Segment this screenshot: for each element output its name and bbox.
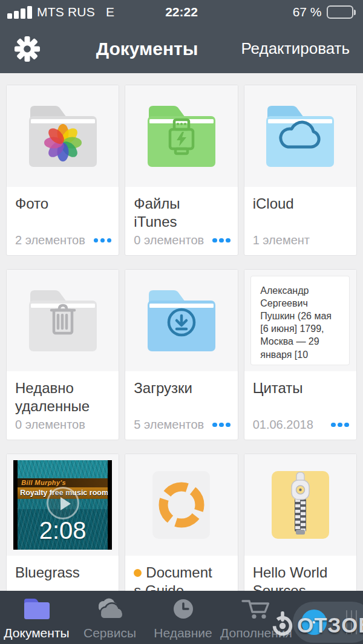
file-title: Цитаты [253, 379, 348, 397]
carrier-label: MTS RUS [37, 5, 95, 19]
quote-preview-text: Александр Сергеевич Пушкин (26 мая [6 ию… [251, 276, 349, 365]
network-type-label: E [106, 5, 114, 19]
folder-icon [22, 597, 51, 623]
usb-folder-icon [125, 85, 237, 187]
cloud-folder-icon [244, 85, 356, 187]
file-date: 01.06.2018 [253, 418, 330, 432]
file-title: Фото [15, 195, 110, 213]
more-button[interactable] [330, 420, 350, 430]
file-title: iCloud [253, 195, 348, 213]
documents-grid: Фото 2 элементов [0, 73, 363, 644]
file-subtitle: 2 элементов [15, 233, 93, 247]
tab-recents[interactable]: Недавние [146, 591, 220, 644]
photos-folder-icon [7, 85, 119, 187]
file-card-quotes[interactable]: Александр Сергеевич Пушкин (26 мая [6 ию… [244, 269, 357, 440]
file-subtitle: 0 элементов [15, 418, 113, 432]
battery-percent-label: 67 % [293, 5, 322, 19]
text-document-preview: Александр Сергеевич Пушкин (26 мая [6 ию… [244, 270, 356, 371]
cart-icon [241, 597, 272, 623]
clock-icon [172, 597, 195, 623]
file-card-photo[interactable]: Фото 2 элементов [6, 85, 119, 256]
video-thumbnail: Bill Murphy's Royalty free music room.co… [7, 454, 119, 556]
tab-label: Сервисы [83, 626, 136, 640]
page-title: Документы [96, 39, 198, 59]
file-card-icloud[interactable]: iCloud 1 элемент [244, 85, 357, 256]
gear-icon[interactable] [13, 35, 41, 63]
download-folder-icon [125, 270, 237, 371]
compass-icon[interactable] [301, 609, 327, 636]
file-title: Bluegrass [15, 564, 110, 582]
clouds-icon [92, 597, 128, 623]
file-title: Файлы iTunes [134, 195, 205, 231]
edit-button[interactable]: Редактировать [241, 39, 350, 58]
more-button[interactable] [211, 420, 232, 430]
trash-folder-icon [7, 270, 119, 371]
app-header: Документы Редактировать [0, 24, 363, 73]
file-title: Недавно удаленные [15, 379, 110, 415]
media-duration: 2:08 [18, 517, 108, 544]
lifebuoy-icon [125, 454, 237, 556]
tab-label: Дополнения [220, 626, 292, 640]
battery-icon [327, 5, 356, 19]
file-card-recently-deleted[interactable]: Недавно удаленные 0 элементов [6, 269, 119, 440]
file-card-itunes-files[interactable]: Файлы iTunes 0 элементов [125, 85, 238, 256]
signal-bars-icon [7, 6, 32, 19]
file-subtitle: 1 элемент [253, 233, 350, 247]
file-subtitle: 5 элементов [134, 418, 211, 432]
more-button[interactable] [93, 236, 113, 246]
grip-lines-icon [346, 610, 358, 634]
zip-archive-icon [244, 454, 356, 556]
unread-dot-icon [134, 569, 142, 577]
file-title: Загрузки [134, 379, 229, 397]
file-card-downloads[interactable]: Загрузки 5 элементов [125, 269, 238, 440]
tab-documents[interactable]: Документы [0, 591, 73, 644]
browser-pill [293, 602, 363, 643]
more-button[interactable] [211, 236, 232, 246]
tab-label: Недавние [154, 626, 212, 640]
play-icon [47, 487, 79, 519]
tab-addons[interactable]: Дополнения [220, 591, 293, 644]
tab-label: Документы [4, 626, 69, 640]
tab-services[interactable]: Сервисы [73, 591, 146, 644]
status-bar: MTS RUS E 22:22 67 % [0, 0, 363, 24]
file-subtitle: 0 элементов [134, 233, 211, 247]
